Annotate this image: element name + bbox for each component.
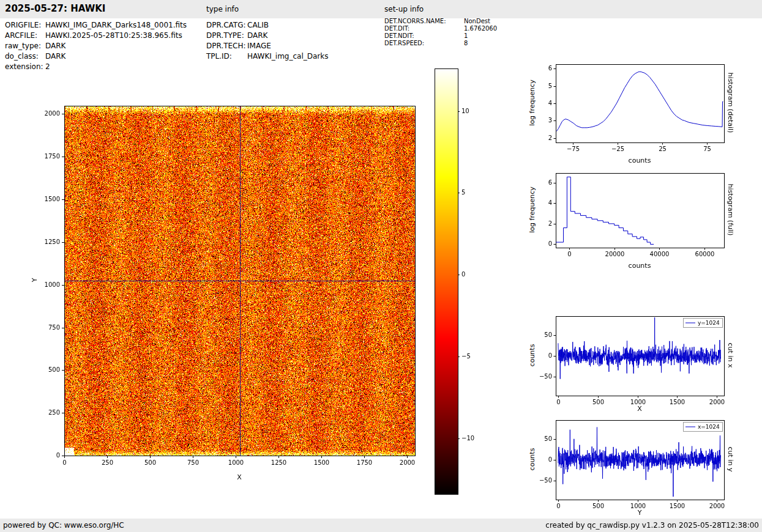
histogram-detail-plot <box>539 57 728 158</box>
type-info-heading: type info <box>206 5 239 13</box>
meta-value: CALIB <box>247 21 269 29</box>
meta-value: 8 <box>464 40 468 46</box>
page-title: 2025-05-27: HAWKI <box>5 3 105 14</box>
meta-label: DPR.TYPE: <box>206 31 247 41</box>
meta-extension: extension:2 <box>5 62 187 72</box>
cut-x-yaxis-label: counts <box>528 319 537 392</box>
meta-label: TPL.ID: <box>206 51 247 62</box>
meta-arcfile: ARCFILE:HAWKI.2025-05-28T10:25:38.965.fi… <box>5 31 187 41</box>
meta-det-ncorrs-name: DET.NCORRS.NAME:NonDest <box>384 18 497 25</box>
hist-detail-yaxis-label: log frequency <box>528 66 537 139</box>
cut-y-xaxis-label: Y <box>603 509 676 517</box>
meta-label: DET.NCORRS.NAME: <box>384 18 464 25</box>
hist-full-xaxis-label: counts <box>603 262 676 270</box>
meta-value: HAWKI_IMG_DARK_Darks148_0001.fits <box>45 21 187 29</box>
cut-in-y-plot <box>539 413 728 514</box>
setup-info-block: DET.NCORRS.NAME:NonDest DET.DIT:1.676206… <box>384 18 497 47</box>
meta-label: ARCFILE: <box>5 31 45 41</box>
hist-detail-xaxis-label: counts <box>603 157 676 165</box>
main-yaxis-label: Y <box>31 243 39 317</box>
meta-value: 2 <box>45 62 50 71</box>
meta-value: DARK <box>45 52 65 61</box>
colorbar <box>432 64 481 501</box>
meta-do-class: do_class:DARK <box>5 51 187 62</box>
hist-detail-side-title: histogram (detail) <box>726 66 734 139</box>
meta-label: DPR.CATG: <box>206 20 247 31</box>
meta-value: 1.6762060 <box>464 25 497 32</box>
meta-dpr-catg: DPR.CATG:CALIB <box>206 20 329 31</box>
created-by-text: created by qc_rawdisp.py v1.2.3 on 2025-… <box>545 519 759 532</box>
meta-label: ORIGFILE: <box>5 20 45 31</box>
meta-label: raw_type: <box>5 41 45 51</box>
meta-label: extension: <box>5 62 45 72</box>
header-bar: 2025-05-27: HAWKI type info set-up info <box>0 0 762 18</box>
powered-by-text: powered by QC: www.eso.org/HC <box>3 519 124 532</box>
cut-y-yaxis-label: counts <box>528 423 537 496</box>
main-xaxis-label: X <box>203 473 276 482</box>
meta-tpl-id: TPL.ID:HAWKI_img_cal_Darks <box>206 51 329 62</box>
meta-value: 1 <box>464 32 468 39</box>
footer-bar: powered by QC: www.eso.org/HC created by… <box>0 519 762 532</box>
file-metadata-block: ORIGFILE:HAWKI_IMG_DARK_Darks148_0001.fi… <box>5 20 187 72</box>
meta-det-rspeed: DET.RSPEED:8 <box>384 40 497 47</box>
hist-full-yaxis-label: log frequency <box>528 173 537 246</box>
setup-info-heading: set-up info <box>384 5 424 13</box>
meta-label: DET.NDIT: <box>384 32 464 40</box>
cut-in-x-plot <box>539 309 728 410</box>
meta-value: NonDest <box>464 18 490 24</box>
cut-x-xaxis-label: X <box>603 405 676 413</box>
meta-raw-type: raw_type:DARK <box>5 41 187 51</box>
meta-dpr-tech: DPR.TECH:IMAGE <box>206 41 329 51</box>
meta-det-dit: DET.DIT:1.6762060 <box>384 25 497 32</box>
histogram-full-plot <box>539 166 728 267</box>
meta-origfile: ORIGFILE:HAWKI_IMG_DARK_Darks148_0001.fi… <box>5 20 187 31</box>
meta-value: DARK <box>247 31 267 40</box>
cut-y-side-title: cut in y <box>726 423 734 496</box>
meta-value: HAWKI.2025-05-28T10:25:38.965.fits <box>45 31 182 40</box>
dark-frame-image <box>18 86 435 495</box>
meta-value: DARK <box>45 42 65 50</box>
cut-x-side-title: cut in x <box>726 319 734 392</box>
meta-det-ndit: DET.NDIT:1 <box>384 32 497 40</box>
meta-label: do_class: <box>5 51 45 62</box>
hist-full-side-title: histogram (full) <box>726 173 734 246</box>
meta-label: DET.RSPEED: <box>384 40 464 47</box>
type-info-block: DPR.CATG:CALIB DPR.TYPE:DARK DPR.TECH:IM… <box>206 20 329 62</box>
meta-label: DPR.TECH: <box>206 41 247 51</box>
meta-value: HAWKI_img_cal_Darks <box>247 52 329 61</box>
meta-dpr-type: DPR.TYPE:DARK <box>206 31 329 41</box>
meta-value: IMAGE <box>247 42 271 50</box>
meta-label: DET.DIT: <box>384 25 464 32</box>
